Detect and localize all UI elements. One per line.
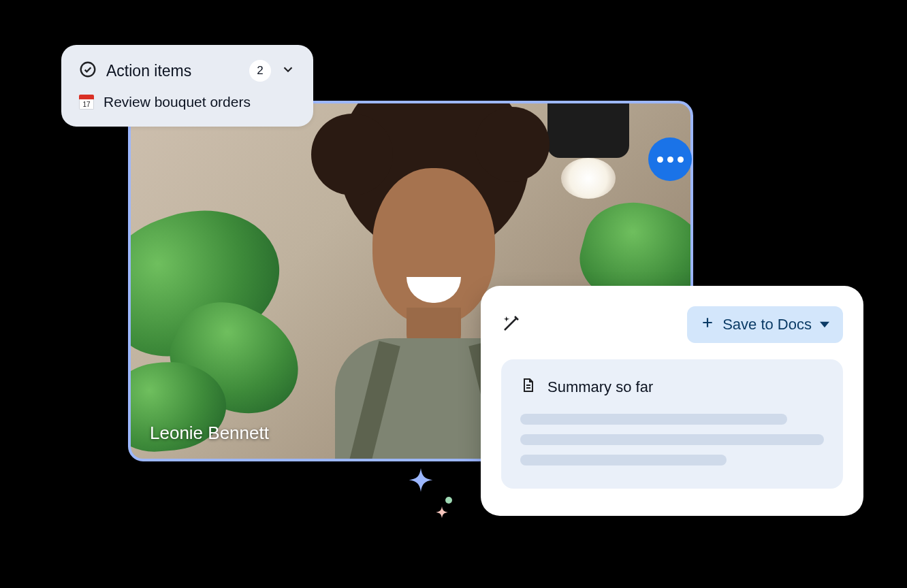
action-items-header[interactable]: Action items 2 xyxy=(79,60,296,82)
action-items-card: Action items 2 17 Review bouquet orders xyxy=(61,45,313,127)
skeleton-line xyxy=(520,455,727,466)
action-items-title: Action items xyxy=(106,62,240,80)
magic-wand-icon xyxy=(501,313,522,336)
calendar-icon: 17 xyxy=(79,95,94,110)
dropdown-caret-icon xyxy=(820,316,829,333)
summary-section-title: Summary so far xyxy=(547,378,653,396)
save-to-docs-button[interactable]: Save to Docs xyxy=(687,306,843,343)
chevron-down-icon[interactable] xyxy=(281,62,296,80)
light-bulb xyxy=(561,158,616,199)
summary-section-heading: Summary so far xyxy=(520,377,824,397)
check-circle-icon xyxy=(79,61,97,81)
action-items-count-badge: 2 xyxy=(249,60,271,82)
plus-icon xyxy=(701,316,714,333)
dots-icon xyxy=(678,157,684,163)
summary-body: Summary so far xyxy=(501,359,843,489)
skeleton-line xyxy=(520,434,824,445)
document-icon xyxy=(520,377,537,397)
skeleton-line xyxy=(520,414,787,425)
participant-name-label: Leonie Bennett xyxy=(150,423,269,444)
action-item-row[interactable]: 17 Review bouquet orders xyxy=(79,94,296,110)
sparkle-icon xyxy=(433,506,451,527)
svg-point-0 xyxy=(81,63,95,77)
more-options-button[interactable] xyxy=(648,137,692,181)
dots-icon xyxy=(657,157,663,163)
summary-placeholder-lines xyxy=(520,414,824,466)
sparkle-icon xyxy=(403,468,439,506)
summary-card: Save to Docs Summary so far xyxy=(481,286,863,516)
summary-card-header: Save to Docs xyxy=(501,306,843,343)
save-to-docs-label: Save to Docs xyxy=(722,316,812,333)
dots-icon xyxy=(667,157,673,163)
ceiling-fixture xyxy=(547,101,629,158)
action-item-label: Review bouquet orders xyxy=(104,94,251,110)
sparkle-dot xyxy=(445,497,452,504)
